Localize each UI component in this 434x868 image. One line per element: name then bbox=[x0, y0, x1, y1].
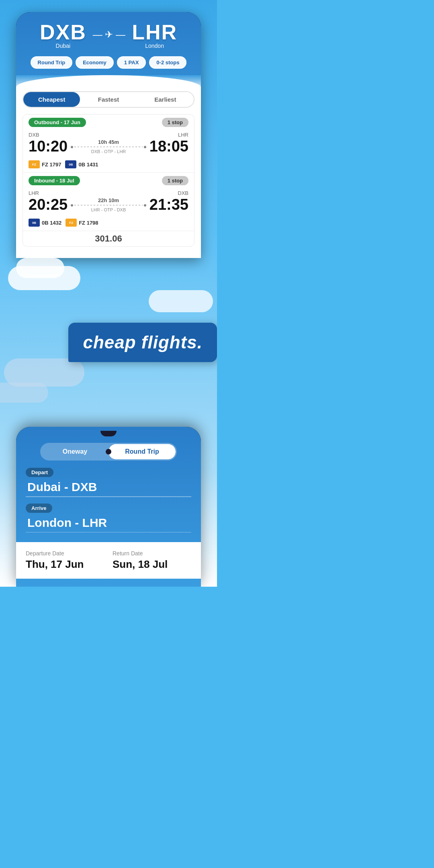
outbound-times-row: 10:20 10h 45m DXB - OTP - LHR bbox=[29, 139, 188, 154]
inbound-duration: 22h 10m bbox=[71, 197, 146, 203]
blueair-logo: 0B bbox=[65, 160, 76, 168]
trip-type-toggle[interactable]: Oneway Round Trip bbox=[40, 443, 177, 461]
outbound-airports-row: DXB LHR bbox=[29, 132, 188, 138]
inbound-flight2-code: FZ 1798 bbox=[79, 220, 98, 226]
filter-pills: Round Trip Economy 1 PAX 0-2 stops bbox=[16, 53, 201, 75]
depart-label: Depart bbox=[26, 468, 53, 477]
inbound-route-airports: LHR - OTP - DXB bbox=[71, 207, 146, 212]
outbound-depart-time: 10:20 bbox=[29, 139, 68, 154]
outbound-stop-badge: 1 stop bbox=[162, 118, 188, 127]
outbound-airlines-row: FZ FZ 1797 0B 0B 1431 bbox=[23, 158, 194, 172]
tab-earliest[interactable]: Earliest bbox=[137, 92, 194, 107]
blueair-logo2: 0B bbox=[29, 219, 40, 227]
inbound-to-code: DXB bbox=[178, 190, 188, 196]
cabin-pill[interactable]: Economy bbox=[76, 56, 114, 69]
outbound-flight2-code: 0B 1431 bbox=[78, 162, 98, 168]
tab-fastest[interactable]: Fastest bbox=[80, 92, 137, 107]
inbound-route-info: 22h 10m LHR - OTP - DXB bbox=[71, 197, 146, 212]
trip-type-pill[interactable]: Round Trip bbox=[31, 56, 73, 69]
inbound-route-line bbox=[71, 204, 146, 207]
outbound-airline1: FZ FZ 1797 bbox=[29, 160, 61, 168]
inbound-stop-badge: 1 stop bbox=[162, 176, 188, 185]
return-date-col[interactable]: Return Date Sun, 18 Jul bbox=[113, 550, 191, 571]
departure-date-value: Thu, 17 Jun bbox=[26, 558, 104, 571]
flydubai-logo: FZ bbox=[29, 160, 40, 168]
outbound-label: Outbound - 17 Jun bbox=[29, 118, 86, 127]
phone-notch-area bbox=[16, 427, 201, 439]
departure-date-col[interactable]: Departure Date Thu, 17 Jun bbox=[26, 550, 104, 571]
inbound-airline1: 0B 0B 1432 bbox=[29, 219, 61, 227]
phone-bottom-wrapper: Oneway Round Trip Depart Dubai - DXB Arr… bbox=[0, 427, 217, 587]
stops-pill[interactable]: 0-2 stops bbox=[149, 56, 186, 69]
depart-divider bbox=[26, 496, 191, 497]
flight-card[interactable]: Outbound - 17 Jun 1 stop DXB LHR 10:20 bbox=[23, 114, 194, 247]
inbound-from-code: LHR bbox=[29, 190, 39, 196]
cheap-flights-text: cheap flights. bbox=[83, 332, 203, 352]
phone-bottom-mockup: Oneway Round Trip Depart Dubai - DXB Arr… bbox=[16, 427, 201, 587]
inbound-airlines-row: 0B 0B 1432 FZ FZ 1798 bbox=[23, 216, 194, 231]
inbound-arrive-time: 21:35 bbox=[149, 197, 188, 212]
dest-code: LHR bbox=[132, 20, 177, 44]
outbound-route-info: 10h 45m DXB - OTP - LHR bbox=[71, 139, 146, 154]
sort-tab-bar: Cheapest Fastest Earliest bbox=[23, 91, 194, 108]
depart-value[interactable]: Dubai - DXB bbox=[26, 480, 191, 494]
phone-notch bbox=[100, 431, 117, 436]
outbound-to-code: LHR bbox=[178, 132, 188, 138]
search-form: Depart Dubai - DXB Arrive London - LHR bbox=[16, 465, 201, 542]
arrive-label: Arrive bbox=[26, 504, 52, 513]
cheap-flights-banner: cheap flights. bbox=[68, 323, 217, 362]
tab-cheapest[interactable]: Cheapest bbox=[23, 92, 80, 107]
toggle-indicator bbox=[106, 449, 111, 454]
arrive-value[interactable]: London - LHR bbox=[26, 516, 191, 530]
outbound-duration: 10h 45m bbox=[71, 139, 146, 145]
inbound-label: Inbound - 18 Jul bbox=[29, 176, 80, 185]
outbound-route-airports: DXB - OTP - LHR bbox=[71, 149, 146, 154]
outbound-flight1-code: FZ 1797 bbox=[42, 162, 61, 168]
date-row: Departure Date Thu, 17 Jun Return Date S… bbox=[26, 550, 191, 571]
inbound-airports-row: LHR DXB bbox=[29, 190, 188, 196]
inbound-depart-time: 20:25 bbox=[29, 197, 68, 212]
price-value: 301.06 bbox=[95, 233, 122, 244]
origin-code: DXB bbox=[40, 20, 86, 44]
outbound-flight-row: DXB LHR 10:20 10h 45m bbox=[23, 130, 194, 158]
toggle-oneway[interactable]: Oneway bbox=[41, 444, 108, 459]
inbound-times-row: 20:25 22h 10m LHR - OTP - DXB bbox=[29, 197, 188, 212]
departure-date-label: Departure Date bbox=[26, 550, 104, 557]
outbound-airline2: 0B 0B 1431 bbox=[65, 160, 98, 168]
inbound-flight-row: LHR DXB 20:25 22h 10m bbox=[23, 188, 194, 216]
dates-section: Departure Date Thu, 17 Jun Return Date S… bbox=[16, 542, 201, 579]
inbound-flight1-code: 0B 1432 bbox=[42, 220, 61, 226]
outbound-route-line bbox=[71, 146, 146, 148]
price-hint: 301.06 bbox=[23, 231, 194, 246]
toggle-roundtrip[interactable]: Round Trip bbox=[108, 444, 176, 459]
flydubai-logo2: FZ bbox=[66, 219, 77, 227]
phone-top-mockup: DXB Dubai — ✈ — LHR London Round Trip Ec… bbox=[16, 12, 201, 258]
flight-arrow-icon: — ✈ — bbox=[93, 29, 125, 40]
outbound-from-code: DXB bbox=[29, 132, 39, 138]
return-date-label: Return Date bbox=[113, 550, 191, 557]
inbound-airline2: FZ FZ 1798 bbox=[66, 219, 98, 227]
return-date-value: Sun, 18 Jul bbox=[113, 558, 191, 571]
arrive-divider bbox=[26, 532, 191, 533]
outbound-arrive-time: 18:05 bbox=[149, 139, 188, 154]
flight-route-header: DXB Dubai — ✈ — LHR London bbox=[16, 12, 201, 53]
inbound-header: Inbound - 18 Jul 1 stop bbox=[23, 172, 194, 188]
pax-pill[interactable]: 1 PAX bbox=[117, 56, 146, 69]
outbound-header: Outbound - 17 Jun 1 stop bbox=[23, 115, 194, 130]
